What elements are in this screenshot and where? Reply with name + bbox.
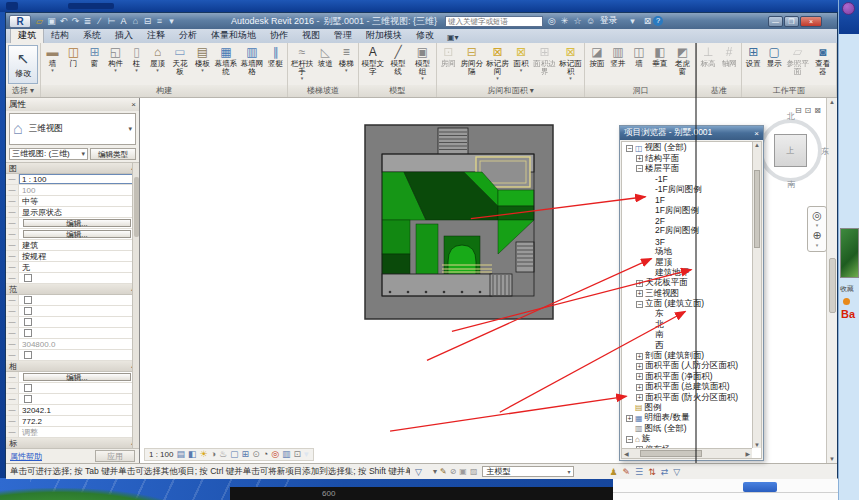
property-row[interactable]: — [6,394,139,405]
tab-附加模块[interactable]: 附加模块 [359,28,409,43]
tab-分析[interactable]: 分析 [172,28,204,43]
chevron-down-icon[interactable]: ▾ [816,243,819,247]
tab-修改[interactable]: 修改 [409,28,441,43]
expand-icon[interactable]: + [636,290,643,297]
tab-插入[interactable]: 插入 [108,28,140,43]
view-close-icon[interactable]: ⊠ [814,106,821,115]
model-group-button[interactable]: ▣模型组▾ [410,44,434,85]
tree-item-label[interactable]: -1F房间图例 [655,184,702,196]
view-scale[interactable]: 1 : 100 [149,450,173,459]
property-row[interactable]: — [6,328,139,339]
owners-icon[interactable]: ☰ [635,467,643,477]
tree-item-label[interactable]: 立面 (建筑立面) [645,298,704,310]
checkbox[interactable] [24,384,32,392]
property-value[interactable] [19,350,139,360]
tree-horizontal-scrollbar[interactable]: ◀ ▶ [622,448,752,458]
collapse-icon[interactable]: − [636,301,643,308]
property-row[interactable]: — [6,383,139,394]
detail-level-icon[interactable]: ▤ [176,449,185,460]
thin-lines-icon[interactable]: ≡ [154,15,165,27]
tree-item[interactable]: +天花板平面 [623,278,752,288]
dimension-icon[interactable]: ⊢ [106,15,117,27]
properties-help-link[interactable]: 属性帮助 [10,451,42,462]
compass-east[interactable]: 东 [821,146,829,157]
checkbox[interactable] [24,395,32,403]
tab-结构[interactable]: 结构 [44,28,76,43]
scroll-down-icon[interactable]: ▼ [753,442,761,448]
property-value[interactable]: 中等 [19,196,139,206]
editable-only-icon[interactable]: ✎ [623,467,631,477]
close-button[interactable]: × [800,16,822,27]
tag-area-button[interactable]: ⊠标记面积▾ [557,44,583,85]
tab-注释[interactable]: 注释 [140,28,172,43]
compass-south[interactable]: 南 [787,179,795,190]
door-button[interactable]: ◫门 [63,44,84,85]
edit-button[interactable]: 编辑... [23,373,131,381]
property-group-header[interactable]: 相▲ [6,361,139,372]
property-row[interactable]: —无 [6,262,139,273]
tab-协作[interactable]: 协作 [263,28,295,43]
railing-button[interactable]: ≈栏杆扶手▾ [289,44,315,85]
floor-button[interactable]: ▤楼板▾ [192,44,213,85]
property-row[interactable]: —304800.0 [6,339,139,350]
property-value[interactable]: 32042.1 [19,405,139,415]
property-value[interactable]: 100 [19,185,139,195]
property-value[interactable]: 建筑 [19,240,139,250]
no-editable-icon[interactable]: ⊘ [450,467,457,476]
filter-icon[interactable]: ▽ [415,467,422,477]
tab-体量和场地[interactable]: 体量和场地 [204,28,263,43]
section-icon[interactable]: ⊟ [142,15,153,27]
favorites-icon[interactable]: ☆ [572,16,583,26]
save-icon[interactable]: ▣ [46,15,57,27]
checkbox[interactable] [24,307,32,315]
wall-opening-button[interactable]: ◫墙 [628,44,649,85]
expand-icon[interactable]: + [636,280,643,287]
chevron-down-icon[interactable]: ▾ [816,223,819,227]
tab-系统[interactable]: 系统 [76,28,108,43]
tab-视图[interactable]: 视图 [295,28,327,43]
wall-button[interactable]: ▬墙▾ [42,44,63,85]
room-separator-button[interactable]: ⊟房间分隔 [459,44,485,85]
tab-建筑[interactable]: 建筑 [10,27,44,43]
tree-item[interactable]: 2F房间图例 [623,226,752,236]
shadows-icon[interactable]: ◑ [211,449,216,460]
property-row[interactable]: —100 [6,185,139,196]
help-icon[interactable]: ? [653,16,663,26]
redo-icon[interactable]: ↷ [70,15,81,27]
opening-by-face-button[interactable]: ◪按面 [586,44,607,85]
property-row[interactable]: —显示原状态 [6,207,139,218]
render-icon[interactable]: ♨ [219,449,227,460]
minimize-button[interactable]: — [768,16,783,27]
search-icon[interactable]: ◎ [546,16,557,26]
tree-item[interactable]: −楼层平面 [623,164,752,174]
component-button[interactable]: ◱构件▾ [105,44,126,85]
workset-gray1-icon[interactable]: ▣ [459,467,467,476]
property-value[interactable]: 编辑... [19,372,139,382]
tree-item[interactable]: +结构平面 [623,153,752,163]
tree-item-label[interactable]: 楼层平面 [645,163,679,175]
expand-icon[interactable]: + [636,155,643,162]
tree-item[interactable]: 南 [623,330,752,340]
sun-path-icon[interactable]: ☀ [200,449,208,460]
property-value[interactable]: 编辑... [19,229,139,239]
visual-style-icon[interactable]: ◧ [188,449,197,460]
roof-button[interactable]: ⌂屋顶▾ [147,44,168,85]
property-row[interactable]: —32042.1 [6,405,139,416]
property-row[interactable]: —中等 [6,196,139,207]
properties-scrollbar[interactable] [132,163,139,448]
expand-icon[interactable]: + [636,394,643,401]
property-value[interactable]: 按规程 [19,251,139,261]
property-row[interactable]: — [6,295,139,306]
project-browser-titlebar[interactable]: 项目浏览器 - 别墅.0001 × [620,126,763,140]
expand-icon[interactable]: + [636,384,643,391]
signin-link[interactable]: 登录 [600,15,617,27]
property-value[interactable]: 304800.0 [19,339,139,349]
vertical-opening-button[interactable]: ◧垂直 [649,44,670,85]
design-option-combo[interactable]: 主模型 ▾ [482,466,574,477]
property-row[interactable]: — [6,317,139,328]
steering-wheel-icon[interactable]: ◎ [812,209,822,221]
app-menu-button[interactable]: R [9,15,31,28]
property-value[interactable]: 无 [19,262,139,272]
undo-icon[interactable]: ↶ [58,15,69,27]
property-group-header[interactable]: 图▲ [6,163,139,174]
